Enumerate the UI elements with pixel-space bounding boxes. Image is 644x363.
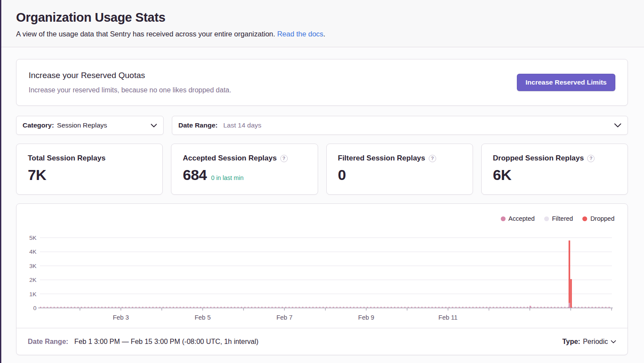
score-card-value: 684 (183, 167, 207, 183)
help-icon[interactable]: ? (280, 155, 288, 162)
help-icon[interactable]: ? (429, 155, 436, 162)
score-card-title: Total Session Replays (28, 154, 105, 163)
subtitle-period: . (323, 30, 325, 38)
svg-text:Feb 7: Feb 7 (276, 314, 292, 321)
subtitle-text: A view of the usage data that Sentry has… (16, 30, 275, 38)
date-range-value: Last 14 days (223, 121, 261, 129)
score-card-row: Total Session Replays 7K Accepted Sessio… (16, 144, 628, 195)
legend-label: Accepted (509, 215, 535, 222)
svg-text:Feb 11: Feb 11 (438, 314, 457, 321)
svg-text:4K: 4K (29, 249, 36, 255)
svg-text:5K: 5K (29, 235, 36, 241)
score-card-title: Accepted Session Replays (183, 154, 276, 163)
reserved-quota-banner: Increase your Reserved Quotas Increase y… (16, 59, 628, 106)
svg-text:2K: 2K (29, 277, 36, 283)
dropped-dot-icon (582, 216, 587, 221)
banner-title: Increase your Reserved Quotas (29, 71, 231, 80)
page-subtitle: A view of the usage data that Sentry has… (16, 30, 628, 38)
date-range-select[interactable]: Date Range: Last 14 days (172, 116, 628, 135)
score-card-value: 6K (493, 167, 511, 183)
svg-text:1K: 1K (29, 291, 36, 298)
svg-text:Feb 3: Feb 3 (113, 314, 129, 321)
score-card-filtered: Filtered Session Replays ? 0 (326, 144, 473, 195)
svg-text:3K: 3K (29, 263, 36, 269)
category-label: Category: (23, 121, 54, 129)
footer-date-range-value: Feb 1 3:00 PM — Feb 15 3:00 PM (-08:00 U… (74, 338, 258, 346)
banner-text: Increase your Reserved Quotas Increase y… (29, 71, 231, 94)
svg-text:Feb 5: Feb 5 (194, 314, 210, 321)
date-range-label: Date Range: (178, 121, 217, 129)
svg-text:0: 0 (33, 305, 36, 311)
banner-description: Increase your reserved limits, because n… (29, 86, 231, 94)
category-select[interactable]: Category: Session Replays (16, 116, 164, 135)
score-card-title: Filtered Session Replays (338, 154, 425, 163)
score-card-trend: 0 in last min (211, 174, 243, 181)
score-card-total: Total Session Replays 7K (16, 144, 163, 195)
legend-item-dropped[interactable]: Dropped (582, 215, 614, 222)
usage-bar-chart: 01K2K3K4K5KFeb 3Feb 5Feb 7Feb 9Feb 11 (16, 208, 628, 326)
legend-item-accepted[interactable]: Accepted (501, 215, 535, 222)
page-title: Organization Usage Stats (16, 10, 628, 25)
type-select[interactable]: Type: Periodic (562, 338, 616, 346)
footer-date-range-label: Date Range: (28, 338, 68, 346)
score-card-accepted: Accepted Session Replays ? 684 0 in last… (171, 144, 318, 195)
help-icon[interactable]: ? (587, 155, 595, 162)
chart-area: 01K2K3K4K5KFeb 3Feb 5Feb 7Feb 9Feb 11 (16, 204, 628, 328)
usage-chart-card: Accepted Filtered Dropped 01K2K3K4K5KFeb… (16, 203, 628, 355)
filtered-dot-icon (544, 216, 549, 221)
chart-legend: Accepted Filtered Dropped (501, 215, 614, 222)
chevron-down-icon (151, 124, 157, 128)
score-card-value: 0 (338, 167, 346, 183)
read-the-docs-link[interactable]: Read the docs (277, 30, 323, 38)
legend-item-filtered[interactable]: Filtered (544, 215, 573, 222)
legend-label: Filtered (552, 215, 573, 222)
svg-text:Feb 9: Feb 9 (358, 314, 374, 321)
type-label: Type: (562, 338, 580, 346)
filter-row: Category: Session Replays Date Range: La… (16, 116, 628, 135)
score-card-value: 7K (28, 167, 46, 183)
score-card-title: Dropped Session Replays (493, 154, 584, 163)
chevron-down-icon (611, 340, 616, 343)
page-header: Organization Usage Stats A view of the u… (0, 0, 644, 47)
score-card-dropped: Dropped Session Replays ? 6K (481, 144, 628, 195)
increase-reserved-limits-button[interactable]: Increase Reserved Limits (517, 74, 615, 91)
main-content: Increase your Reserved Quotas Increase y… (0, 47, 644, 355)
type-value: Periodic (583, 338, 608, 346)
sidebar-edge (0, 0, 1, 363)
chevron-down-icon (614, 123, 621, 128)
legend-label: Dropped (590, 215, 614, 222)
accepted-dot-icon (501, 216, 506, 221)
chart-footer: Date Range: Feb 1 3:00 PM — Feb 15 3:00 … (16, 328, 628, 355)
category-value: Session Replays (57, 121, 107, 129)
